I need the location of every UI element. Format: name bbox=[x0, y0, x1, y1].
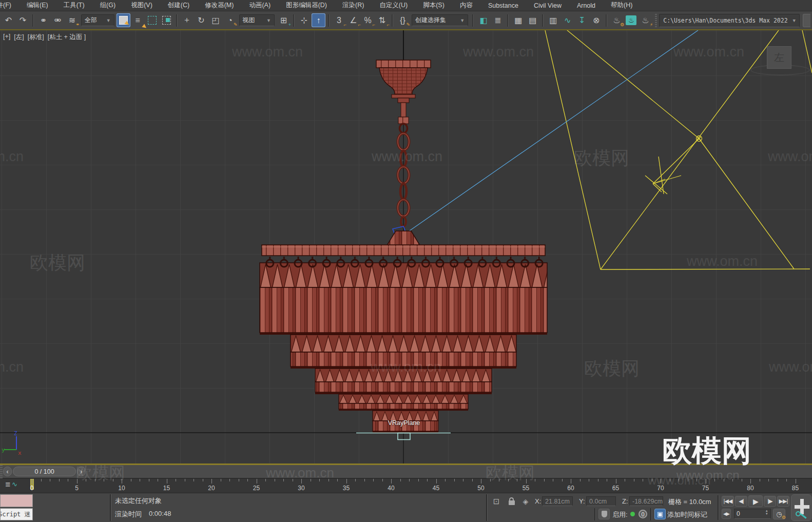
material-editor-button[interactable]: ⊗ bbox=[589, 13, 603, 27]
toolbar-separator bbox=[176, 14, 178, 27]
ruler-tick bbox=[328, 479, 329, 481]
ruler-tick bbox=[445, 479, 446, 481]
add-time-tag-label[interactable]: 添加时间标记 bbox=[667, 510, 707, 519]
menu-animation[interactable]: 动画(A) bbox=[241, 0, 278, 11]
menu-edit[interactable]: 编辑(E) bbox=[19, 0, 56, 11]
menu-group[interactable]: 组(G) bbox=[92, 0, 124, 11]
angle-snap-button[interactable]: ∠⌐ bbox=[346, 13, 360, 27]
layer-explorer-button[interactable]: ▤ bbox=[526, 13, 539, 27]
time-tag-cube-icon[interactable]: ▣ bbox=[654, 509, 666, 519]
window-crossing-button[interactable] bbox=[160, 13, 173, 27]
undo-button[interactable]: ↶ bbox=[2, 13, 15, 27]
menu-tools[interactable]: 工具(T) bbox=[56, 0, 92, 11]
select-move-button[interactable]: ＋ bbox=[180, 13, 194, 27]
add-key-button[interactable] bbox=[791, 494, 811, 521]
ruler-tick bbox=[706, 479, 706, 484]
menu-content[interactable]: 内容 bbox=[452, 0, 480, 11]
z-coord-field[interactable]: -18.629cm bbox=[629, 496, 663, 506]
mirror-button[interactable]: ◧ bbox=[476, 13, 490, 27]
select-object-button[interactable] bbox=[117, 13, 130, 27]
y-coord-field[interactable]: 0.0cm bbox=[586, 496, 616, 506]
use-pivot-center-button-icon: ⊞ bbox=[280, 15, 287, 25]
viewport-menu-standard[interactable]: [标准] bbox=[28, 33, 44, 42]
menu-views[interactable]: 视图(V) bbox=[123, 0, 160, 11]
reference-coord-dropdown[interactable]: 视图▼ bbox=[239, 14, 275, 26]
maxscript-mini-listener[interactable]: Script 迷 bbox=[0, 508, 33, 520]
snap-3d-button[interactable]: 3⌐ bbox=[332, 13, 346, 27]
viewport-menu-pov[interactable]: [左] bbox=[14, 33, 24, 42]
selection-region-button[interactable] bbox=[145, 13, 159, 27]
macro-recorder-field[interactable] bbox=[0, 494, 33, 507]
menu-create[interactable]: 创建(C) bbox=[160, 0, 197, 11]
chandelier-model[interactable] bbox=[260, 30, 547, 433]
rendered-frame-button[interactable]: ♨ bbox=[624, 13, 638, 27]
ruler-frame-label: 65 bbox=[612, 485, 619, 492]
viewport-menu-general[interactable]: [+] bbox=[3, 33, 10, 42]
link-button[interactable]: ⚭ bbox=[36, 13, 50, 27]
selection-lock-icon[interactable] bbox=[507, 495, 516, 507]
project-path-field[interactable]: C:\Users\Han\Documents\3ds Max 2022▼ bbox=[659, 14, 800, 27]
go-end-button[interactable]: ▶▶| bbox=[777, 496, 789, 507]
x-coord-field[interactable]: 21.81cm bbox=[542, 496, 573, 506]
redo-button[interactable]: ↷ bbox=[16, 13, 30, 27]
key-mode-button[interactable]: ◀▶ bbox=[722, 509, 731, 519]
menu-customize[interactable]: 自定义(U) bbox=[372, 0, 415, 11]
ribbon-button[interactable]: ▥ bbox=[546, 13, 560, 27]
time-slider[interactable]: 0 / 100 bbox=[13, 467, 76, 476]
named-sets-button[interactable]: {}✎ bbox=[396, 13, 410, 27]
menu-modifiers[interactable]: 修改器(M) bbox=[197, 0, 241, 11]
use-pivot-center-button[interactable]: ⊞+ bbox=[277, 13, 291, 27]
isolate-selection-icon[interactable]: ⊡ bbox=[491, 496, 502, 507]
prev-frame-button[interactable]: ◀| bbox=[735, 496, 747, 507]
ruler-tick bbox=[742, 479, 742, 481]
menu-help[interactable]: 帮助(H) bbox=[603, 0, 640, 11]
menu-substance[interactable]: Substance bbox=[480, 0, 526, 11]
ruler-tick bbox=[796, 479, 796, 484]
render-production-button[interactable]: ♨⚡ bbox=[639, 13, 652, 27]
select-by-name-button[interactable]: ≡ bbox=[131, 13, 145, 27]
time-slider-prev-arrow[interactable]: ‹ bbox=[3, 467, 12, 476]
menu-graph-editors[interactable]: 图形编辑器(D) bbox=[278, 0, 335, 11]
bind-spacewarp-button[interactable]: ≋⚭ bbox=[65, 13, 79, 27]
absolute-offset-toggle-icon[interactable]: ◈ bbox=[520, 496, 531, 507]
scene-explorer-button[interactable]: ▦ bbox=[511, 13, 525, 27]
selection-filter-dropdown[interactable]: 全部▼ bbox=[81, 14, 114, 26]
curve-editor-button[interactable]: ∿ bbox=[560, 13, 574, 27]
placement-button[interactable]: ◔✎ bbox=[223, 13, 237, 27]
unlink-button[interactable]: ⚮ bbox=[51, 13, 65, 27]
menu-scripting[interactable]: 脚本(S) bbox=[415, 0, 452, 11]
viewport-menu-shading[interactable]: [粘土 + 边面 ] bbox=[48, 33, 86, 42]
mirror-button-icon: ◧ bbox=[479, 15, 487, 25]
ruler-frame-label: 50 bbox=[477, 485, 484, 492]
frame-spinner[interactable]: ▴▾ bbox=[766, 509, 768, 515]
next-frame-button[interactable]: |▶ bbox=[764, 496, 776, 507]
go-start-button[interactable]: |◀◀ bbox=[722, 496, 734, 507]
curve-icon: ∿ bbox=[12, 480, 17, 488]
select-rotate-button[interactable]: ↻ bbox=[195, 13, 208, 27]
select-scale-button[interactable]: ◰ bbox=[209, 13, 223, 27]
menu-arnold[interactable]: Arnold bbox=[569, 0, 603, 11]
time-config-button[interactable]: ◷⚙ bbox=[773, 509, 785, 519]
named-sets-dropdown[interactable]: 创建选择集▼ bbox=[412, 14, 468, 26]
timeline-ruler[interactable]: ≣ ∿ 0510152025303540455055606570758085 bbox=[0, 478, 812, 493]
menu-rendering[interactable]: 渲染(R) bbox=[335, 0, 372, 11]
ruler-tick bbox=[176, 479, 176, 481]
schematic-view-button[interactable]: ↧ bbox=[575, 13, 589, 27]
render-setup-button[interactable]: ♨⚙ bbox=[610, 13, 624, 27]
clipped-toolbar-button[interactable] bbox=[803, 14, 810, 27]
safe-frames-shield-icon[interactable] bbox=[598, 509, 610, 519]
time-slider-next-arrow[interactable]: › bbox=[77, 467, 86, 476]
menu-file[interactable]: 文件(F) bbox=[0, 0, 19, 11]
play-button[interactable]: ▶ bbox=[748, 495, 763, 507]
spinner-snap-button[interactable]: ⇅⌐ bbox=[375, 13, 389, 27]
select-manipulate-button[interactable]: ⊹ bbox=[297, 13, 311, 27]
ruler-tick bbox=[346, 479, 347, 484]
mini-curve-editor-button[interactable]: ≣ ∿ bbox=[5, 480, 17, 488]
viewcube[interactable]: 左 bbox=[767, 46, 791, 69]
keyboard-override-button[interactable]: ↑ bbox=[312, 13, 325, 27]
menu-civil-view[interactable]: Civil View bbox=[526, 0, 569, 11]
percent-snap-button[interactable]: %⌐ bbox=[361, 13, 375, 27]
zero-counter-badge[interactable]: 0 bbox=[639, 510, 647, 518]
align-button[interactable]: ≣ bbox=[491, 13, 505, 27]
ruler-tick bbox=[113, 479, 113, 481]
